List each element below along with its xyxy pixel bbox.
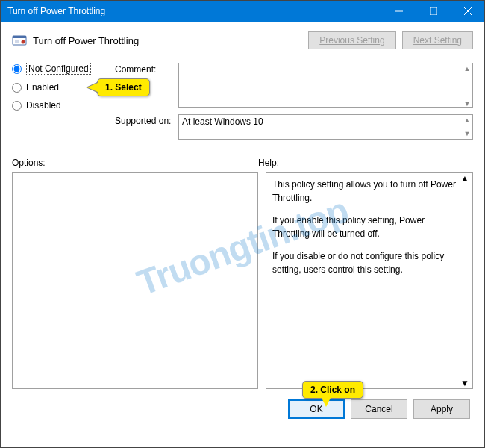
page-title: Turn off Power Throttling (33, 35, 302, 46)
scroll-down-icon: ▼ (460, 378, 472, 388)
comment-input[interactable] (178, 63, 473, 108)
radio-not-configured[interactable] (12, 64, 22, 74)
svg-point-7 (22, 40, 25, 44)
supported-on-field: At least Windows 10 (178, 114, 473, 140)
next-setting-button[interactable]: Next Setting (402, 31, 473, 49)
help-text: This policy setting allows you to turn o… (272, 178, 459, 205)
svg-rect-5 (13, 36, 26, 38)
help-text: If you enable this policy setting, Power… (272, 214, 459, 240)
cancel-button[interactable]: Cancel (351, 399, 407, 419)
comment-scrollbar[interactable]: ▲ ▼ (462, 63, 472, 109)
radio-group: Not Configured Enabled Disabled (12, 63, 109, 144)
close-button[interactable] (451, 0, 485, 22)
annotation-click: 2. Click on (302, 381, 363, 399)
options-label: Options: (12, 158, 258, 168)
radio-not-configured-label: Not Configured (26, 63, 91, 75)
scroll-down-icon: ▼ (462, 128, 472, 139)
scroll-up-icon: ▲ (460, 173, 472, 184)
supported-scrollbar[interactable]: ▲ ▼ (462, 115, 472, 139)
maximize-button[interactable] (416, 0, 451, 22)
policy-icon (12, 34, 27, 47)
previous-setting-button[interactable]: Previous Setting (308, 31, 395, 49)
header-row: Turn off Power Throttling Previous Setti… (12, 31, 473, 49)
action-buttons: OK Cancel Apply (12, 399, 473, 419)
help-box: This policy setting allows you to turn o… (266, 172, 473, 389)
svg-rect-1 (430, 7, 437, 15)
titlebar: Turn off Power Throttling (0, 0, 485, 22)
supported-label: Supported on: (115, 114, 178, 126)
svg-rect-6 (15, 40, 19, 43)
help-scrollbar[interactable]: ▲ ▼ (460, 173, 472, 388)
window-title: Turn off Power Throttling (7, 6, 382, 16)
radio-enabled[interactable] (12, 83, 22, 93)
help-text: If you disable or do not configure this … (272, 249, 459, 276)
ok-button[interactable]: OK (288, 399, 345, 419)
radio-disabled-label: Disabled (26, 100, 61, 111)
scroll-down-icon: ▼ (462, 99, 472, 109)
comment-label: Comment: (115, 63, 178, 75)
radio-enabled-label: Enabled (26, 82, 59, 93)
options-box (12, 172, 258, 389)
radio-disabled[interactable] (12, 101, 22, 111)
scroll-up-icon: ▲ (462, 63, 472, 74)
annotation-select: 1. Select (97, 78, 150, 96)
apply-button[interactable]: Apply (413, 399, 470, 419)
scroll-up-icon: ▲ (462, 115, 472, 125)
minimize-button[interactable] (382, 0, 416, 22)
help-label: Help: (258, 158, 279, 168)
